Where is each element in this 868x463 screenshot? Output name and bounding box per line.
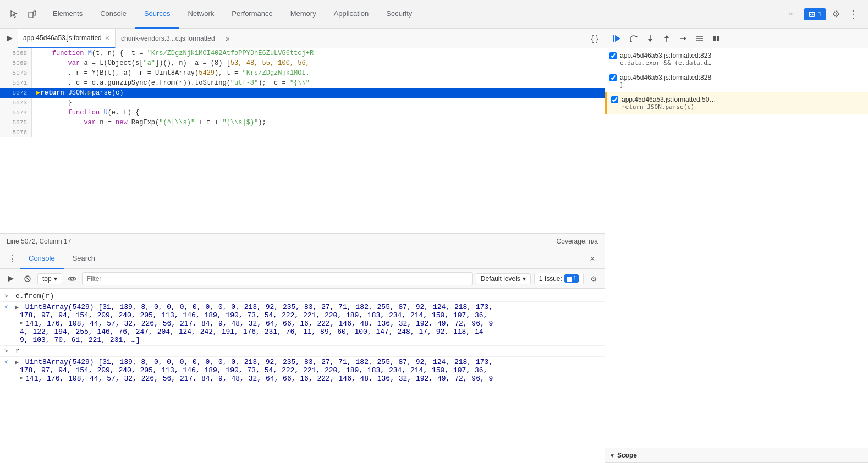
breakpoint-item-2: app.45d46a53.js:formatted:828 } <box>605 70 868 92</box>
line-column-status: Line 5072, Column 17 <box>7 238 71 245</box>
svg-rect-23 <box>713 36 716 41</box>
tab-elements[interactable]: Elements <box>44 0 91 29</box>
svg-marker-5 <box>8 276 14 282</box>
code-line-5069: 5069 var a = L(Object(s["a"])(), n) a = … <box>0 58 605 68</box>
tab-console-bottom[interactable]: Console <box>20 249 64 269</box>
code-line-5074: 5074 function U(e, t) { <box>0 108 605 118</box>
tab-network[interactable]: Network <box>179 0 223 29</box>
left-panel: app.45d46a53.js:formatted × chunk-vendor… <box>0 29 605 463</box>
scope-arrow-icon: ▼ <box>609 453 615 459</box>
settings-btn[interactable]: ⚙ <box>828 7 844 22</box>
svg-marker-4 <box>7 36 13 41</box>
code-line-5076: 5076 <box>0 128 605 137</box>
svg-marker-13 <box>630 40 632 42</box>
breakpoint-item-3: app.45d46a53.js:formatted:50… return JSO… <box>605 92 868 114</box>
pause-on-exceptions-btn[interactable] <box>708 31 724 46</box>
device-toggle-btn[interactable] <box>24 7 40 22</box>
bottom-panel-toggle[interactable]: ⋮ <box>4 251 20 267</box>
result-cont-2: 141, 176, 108, 44, 57, 32, 226, 56, 217,… <box>25 319 493 328</box>
svg-text:✉: ✉ <box>810 12 814 18</box>
file-tabs: app.45d46a53.js:formatted × chunk-vendor… <box>0 29 605 48</box>
console-entry-cmd2: > r <box>0 346 605 357</box>
expand-icon-2[interactable]: ▶ <box>20 319 23 326</box>
code-line-5075: 5075 var n = new RegExp("(^|\\s)" + t + … <box>0 118 605 128</box>
breakpoint-checkbox-2[interactable] <box>609 74 617 81</box>
result-cont-3: 4, 122, 194, 255, 146, 76, 247, 204, 124… <box>20 328 484 336</box>
deactivate-breakpoints-btn[interactable] <box>692 31 707 46</box>
tab-console[interactable]: Console <box>91 0 135 29</box>
code-line-5071: 5071 , c = o.a.gunzipSync(e.from(r)).toS… <box>0 78 605 88</box>
breakpoint-checkbox-3[interactable] <box>611 96 618 103</box>
right-panel: app.45d46a53.js:formatted:823 e.data.exo… <box>605 29 868 463</box>
svg-rect-9 <box>567 277 572 282</box>
breakpoint-filename-1: app.45d46a53.js:formatted:823 <box>620 52 864 59</box>
nav-icons <box>2 7 44 22</box>
clear-console-btn[interactable] <box>4 272 18 285</box>
svg-rect-1 <box>34 11 36 15</box>
file-tab-close-btn[interactable]: × <box>105 34 109 42</box>
file-panel-toggle[interactable] <box>2 31 18 46</box>
svg-rect-11 <box>613 35 614 42</box>
breakpoint-filename-2: app.45d46a53.js:formatted:828 <box>620 74 864 81</box>
code-editor: 5068 function M(t, n) { t = "Krs/ZDgzNjk… <box>0 48 605 233</box>
breakpoint-item-1: app.45d46a53.js:formatted:823 e.data.exo… <box>605 48 868 70</box>
breakpoint-filename-3: app.45d46a53.js:formatted:50… <box>622 96 864 103</box>
file-tab-app[interactable]: app.45d46a53.js:formatted × <box>18 29 116 48</box>
context-dropdown[interactable]: top ▾ <box>37 273 62 284</box>
tab-sources[interactable]: Sources <box>135 0 179 29</box>
select-element-btn[interactable] <box>7 7 22 22</box>
tab-security[interactable]: Security <box>377 0 421 29</box>
result2-cont-1: 178, 97, 94, 154, 209, 240, 205, 113, 14… <box>20 366 487 374</box>
console-filter-input[interactable] <box>82 272 473 285</box>
eye-btn[interactable] <box>65 272 79 285</box>
coverage-status: Coverage: n/a <box>557 238 598 245</box>
result-arrow-icon: < <box>4 303 15 311</box>
result2-arrow-icon: < <box>4 358 15 366</box>
breakpoint-content-3: app.45d46a53.js:formatted:50… return JSO… <box>622 96 864 111</box>
issues-btn[interactable]: 1 Issue: 1 <box>534 273 584 284</box>
breakpoint-checkbox-1[interactable] <box>609 52 617 59</box>
status-bar: Line 5072, Column 17 Coverage: n/a <box>0 233 605 249</box>
format-btn[interactable]: { } <box>587 31 602 46</box>
breakpoint-code-2: } <box>620 81 864 89</box>
breakpoint-code-1: e.data.exor && (e.data.d… <box>620 59 864 67</box>
console-entry-result2: < ▶ Uint8Array(5429) [31, 139, 8, 0, 0, … <box>0 357 605 384</box>
console-settings-btn[interactable]: ⚙ <box>587 272 600 285</box>
tab-memory[interactable]: Memory <box>282 0 325 29</box>
more-options-btn[interactable]: ⋮ <box>846 7 861 22</box>
cmd2-arrow-icon: > <box>4 347 15 355</box>
tab-performance[interactable]: Performance <box>223 0 281 29</box>
svg-marker-17 <box>664 35 669 38</box>
code-line-5072: 5072 ▶return JSON.▷parse(c) <box>0 88 605 98</box>
stop-errors-btn[interactable] <box>21 272 34 285</box>
devtools-tabs: Elements Console Sources Network Perform… <box>44 0 421 29</box>
code-content[interactable]: 5068 function M(t, n) { t = "Krs/ZDgzNjk… <box>0 48 605 233</box>
file-tab-overflow-btn[interactable]: » <box>221 32 234 45</box>
resume-btn[interactable] <box>609 31 625 46</box>
tab-application[interactable]: Application <box>325 0 378 29</box>
expand-icon-3[interactable]: ▶ <box>15 360 19 366</box>
scope-header[interactable]: ▼ Scope <box>605 448 868 463</box>
step-over-btn[interactable] <box>626 31 641 46</box>
svg-marker-19 <box>684 37 686 40</box>
tab-search-bottom[interactable]: Search <box>64 249 104 269</box>
expand-icon-4[interactable]: ▶ <box>20 374 23 381</box>
breakpoint-content-2: app.45d46a53.js:formatted:828 } <box>620 74 864 89</box>
console-output[interactable]: > e.from(r) < ▶ Uint8Array(5429) [31, 13… <box>0 289 605 463</box>
step-out-btn[interactable] <box>659 31 674 46</box>
close-bottom-panel-btn[interactable]: × <box>585 251 600 267</box>
step-into-btn[interactable] <box>642 31 658 46</box>
code-line-5070: 5070 , r = Y(B(t), a) r = Uint8Array(542… <box>0 68 605 78</box>
issues-badge-btn[interactable]: ✉ 1 <box>804 8 826 20</box>
expand-icon[interactable]: ▶ <box>15 305 19 311</box>
nav-right: » ✉ 1 ⚙ ⋮ <box>776 0 866 29</box>
svg-point-8 <box>70 277 73 280</box>
svg-marker-10 <box>615 35 620 42</box>
breakpoint-code-3: return JSON.parse(c) <box>622 103 864 111</box>
step-btn[interactable] <box>675 31 691 46</box>
console-toolbar: top ▾ Default levels ▾ 1 Issue: <box>0 269 605 289</box>
file-tab-chunk[interactable]: chunk-vendors.3...c.js:formatted <box>116 29 221 48</box>
tab-overflow[interactable]: » <box>780 0 801 29</box>
result2-cont-2: 141, 176, 108, 44, 57, 32, 226, 56, 217,… <box>25 374 493 383</box>
log-levels-dropdown[interactable]: Default levels ▾ <box>476 273 531 284</box>
